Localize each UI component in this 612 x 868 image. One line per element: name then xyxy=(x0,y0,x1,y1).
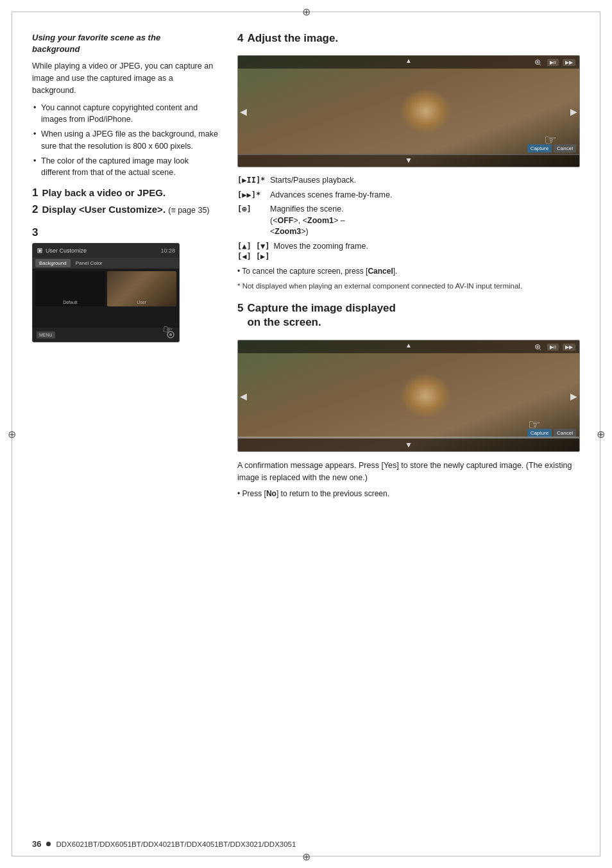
img-playpause-btn-5[interactable]: ▶II xyxy=(547,344,559,351)
ui-bottom-bar: MENU xyxy=(33,328,179,342)
cancel-btn-4[interactable]: Cancel xyxy=(554,144,576,153)
up-arrow-indicator: ▲ xyxy=(405,57,412,64)
ui-icon xyxy=(37,247,43,254)
sweep-line xyxy=(238,154,579,155)
ui-grid-user[interactable]: User xyxy=(107,271,177,306)
highlight-sweep xyxy=(238,437,579,438)
left-arrow-indicator: ◀ xyxy=(240,106,247,117)
step-5: 5 Capture the image displayed on the scr… xyxy=(237,301,580,336)
zoom-icon-5 xyxy=(534,344,543,350)
ui-grid-default[interactable]: Default xyxy=(35,271,105,306)
step-5-header: 5 Capture the image displayed on the scr… xyxy=(237,301,580,336)
reg-mark-top: ⊕ xyxy=(300,5,312,18)
page-number: 36 xyxy=(32,839,41,849)
frame-desc: Advances scenes frame-by-frame. xyxy=(270,190,580,201)
step5-image: ▶II ▶▶ ▲ ◀ ▶ Capture Cancel ▼ ☞ xyxy=(237,340,580,452)
ui-tabs: Background Panel Color xyxy=(33,258,179,269)
img-bottom-4: ▼ xyxy=(238,154,579,167)
hand-cursor-5: ☞ xyxy=(528,417,541,433)
step-1-text: Play back a video or JPEG. xyxy=(42,187,166,199)
ui-title: User Customize xyxy=(37,247,87,254)
step-2-number: 2 xyxy=(32,203,38,216)
bullet-item-2: When using a JPEG file as the background… xyxy=(32,128,218,153)
control-row-playpause: [▶II]* Starts/Pauses playback. xyxy=(237,175,580,187)
ui-top-bar: User Customize 10:28 xyxy=(33,244,179,258)
svg-line-9 xyxy=(540,349,542,350)
right-arrow-5: ▶ xyxy=(570,391,577,401)
section-title: Using your favorite scene as the backgro… xyxy=(32,32,218,55)
move-symbol: [▲] [▼][◀] [▶] xyxy=(237,241,270,263)
ui-tab-background[interactable]: Background xyxy=(35,259,71,267)
step-2-ref: (≡ page 35) xyxy=(168,206,209,215)
ui-time: 10:28 xyxy=(160,247,175,254)
ui-screenshot: User Customize 10:28 Background Panel Co… xyxy=(32,243,180,342)
playpause-desc: Starts/Pauses playback. xyxy=(270,175,580,187)
press-no-text: • Press [No] to return to the previous s… xyxy=(237,488,580,499)
bullet-item-1: You cannot capture copyrighted content a… xyxy=(32,102,218,126)
playpause-symbol: [▶II]* xyxy=(237,175,266,186)
step-1-number: 1 xyxy=(32,187,38,199)
ui-tab-panel-color[interactable]: Panel Color xyxy=(72,259,106,267)
control-row-move: [▲] [▼][◀] [▶] Moves the zooming frame. xyxy=(237,241,580,263)
step-4-number: 4 xyxy=(237,32,243,45)
img-playpause-btn[interactable]: ▶II xyxy=(547,59,559,66)
step-5-number: 5 xyxy=(237,302,243,315)
cancel-note: • To cancel the capture screen, press [C… xyxy=(237,265,580,277)
page-footer: 36 DDX6021BT/DDX6051BT/DDX4021BT/DDX4051… xyxy=(32,839,580,849)
step-4: 4 Adjust the image. xyxy=(237,32,580,51)
ui-default-label: Default xyxy=(63,300,77,305)
zoom-icon xyxy=(534,59,543,65)
down-arrow-indicator: ▼ xyxy=(405,156,412,165)
control-row-zoom: [⊕] Magnifies the scene. (<OFF>, <Zoom1>… xyxy=(237,204,580,238)
footer-model-text: DDX6021BT/DDX6051BT/DDX4021BT/DDX4051BT/… xyxy=(56,840,296,848)
reg-mark-left: ⊕ xyxy=(5,428,18,440)
step-3-label: 3 xyxy=(32,226,218,239)
two-column-layout: Using your favorite scene as the backgro… xyxy=(32,32,580,503)
step-5-heading: Capture the image displayed on the scree… xyxy=(247,301,395,330)
zoom-symbol: [⊕] xyxy=(237,204,266,215)
step-2: 2 Display <User Customize>. (≡ page 35) xyxy=(32,203,218,216)
hand-cursor-4: ☞ xyxy=(544,132,557,149)
ui-user-label: User xyxy=(137,300,146,305)
svg-line-5 xyxy=(540,64,542,65)
reg-mark-bottom: ⊕ xyxy=(300,850,312,863)
reg-mark-right: ⊕ xyxy=(594,428,607,440)
left-column: Using your favorite scene as the backgro… xyxy=(32,32,218,503)
move-desc: Moves the zooming frame. xyxy=(274,241,580,253)
img-frame-btn[interactable]: ▶▶ xyxy=(563,59,575,66)
right-arrow-indicator: ▶ xyxy=(570,106,577,117)
step-4-heading: Adjust the image. xyxy=(247,32,338,45)
confirmation-text: A confirmation message appears. Press [Y… xyxy=(237,460,580,484)
up-arrow-5: ▲ xyxy=(405,342,412,349)
asterisk-note: * Not displayed when playing an external… xyxy=(237,281,580,291)
page-content: Using your favorite scene as the backgro… xyxy=(32,32,580,836)
step4-image: ▶II ▶▶ ▲ ◀ ▶ Capture Cancel ▼ ☞ xyxy=(237,55,580,167)
zoom-desc: Magnifies the scene. (<OFF>, <Zoom1> – <… xyxy=(270,204,580,238)
intro-text: While playing a video or JPEG, you can c… xyxy=(32,60,218,96)
left-arrow-5: ◀ xyxy=(240,391,247,401)
ui-menu-button[interactable]: MENU xyxy=(37,331,55,338)
bullet-item-3: The color of the captured image may look… xyxy=(32,155,218,179)
step-2-text: Display <User Customize>. (≡ page 35) xyxy=(42,203,209,216)
img-bottom-5: ▼ xyxy=(238,438,579,451)
bullet-list: You cannot capture copyrighted content a… xyxy=(32,102,218,179)
frame-symbol: [▶▶]* xyxy=(237,190,266,201)
footer-separator xyxy=(46,842,51,846)
down-arrow-5: ▼ xyxy=(405,440,412,449)
control-row-frame: [▶▶]* Advances scenes frame-by-frame. xyxy=(237,190,580,201)
ui-grid: Default User xyxy=(33,269,179,309)
step-1: 1 Play back a video or JPEG. xyxy=(32,187,218,199)
controls-table: [▶II]* Starts/Pauses playback. [▶▶]* Adv… xyxy=(237,175,580,262)
img-frame-btn-5[interactable]: ▶▶ xyxy=(563,344,575,351)
right-column: 4 Adjust the image. ▶II ▶▶ ▲ ◀ xyxy=(237,32,580,503)
